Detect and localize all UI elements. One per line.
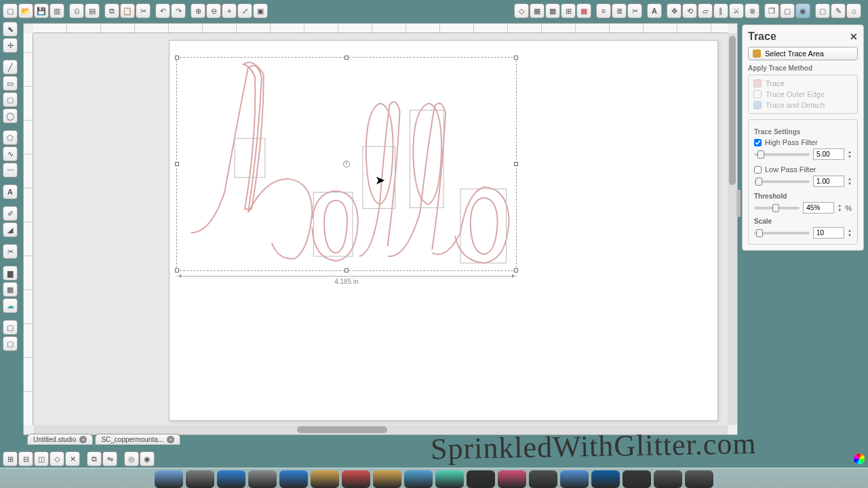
zoom-drag-icon[interactable]: ⤢ — [237, 3, 252, 18]
resize-handle-nw[interactable] — [175, 56, 179, 60]
swatch1-icon[interactable]: ▢ — [3, 320, 18, 335]
print-icon[interactable]: ⎙ — [69, 3, 84, 18]
resize-handle-e[interactable] — [514, 162, 518, 166]
low-pass-checkbox[interactable]: Low Pass Filter — [754, 165, 852, 174]
polygon-tool-icon[interactable]: ⬠ — [3, 130, 18, 145]
select-trace-area-button[interactable]: Select Trace Area — [748, 47, 858, 60]
rotate-icon[interactable]: ⟲ — [682, 3, 697, 18]
trace-panel-icon[interactable]: ◉ — [795, 3, 810, 18]
line-style1-icon[interactable]: ≡ — [596, 3, 611, 18]
group-icon[interactable]: ⊞ — [3, 451, 18, 466]
resize-handle-sw[interactable] — [175, 268, 179, 272]
replicate-icon[interactable]: ⊗ — [745, 3, 760, 18]
dock-app-icon[interactable] — [404, 470, 433, 488]
close-panel-icon[interactable]: ✕ — [850, 31, 858, 42]
page-icon[interactable]: ❐ — [764, 3, 779, 18]
dock-app-icon[interactable] — [467, 470, 495, 488]
rotate-handle[interactable] — [343, 161, 350, 167]
method-outer[interactable]: Trace Outer Edge — [751, 89, 854, 100]
zoom-sel-icon[interactable]: ⌖ — [222, 3, 237, 18]
ungroup-icon[interactable]: ⊟ — [18, 451, 33, 466]
layers-icon[interactable]: ▢ — [780, 3, 795, 18]
freehand-tool-icon[interactable]: 〰 — [3, 163, 18, 178]
eraser-tool-icon[interactable]: ◢ — [3, 222, 18, 237]
high-pass-spinner[interactable]: ▲▼ — [848, 150, 852, 159]
rect-tool-icon[interactable]: ▭ — [3, 76, 18, 91]
tab-coppermounta[interactable]: SC_coppermounta...× — [95, 434, 180, 445]
threshold-value[interactable] — [803, 202, 834, 214]
duplicate-icon[interactable]: ⧉ — [87, 451, 102, 466]
cloud-tool-icon[interactable]: ☁ — [3, 298, 18, 313]
panel-collapse-handle[interactable] — [736, 190, 741, 217]
dock-app-icon[interactable] — [373, 470, 401, 488]
text-panel-icon[interactable]: A — [647, 3, 662, 18]
resize-handle-ne[interactable] — [514, 56, 518, 60]
fill-tool-icon[interactable]: ▆ — [3, 266, 18, 281]
transform-icon[interactable]: ▱ — [698, 3, 713, 18]
dock-app-icon[interactable] — [435, 470, 464, 488]
zoom-out-icon[interactable]: ⊖ — [206, 3, 221, 18]
dock-app-icon[interactable] — [591, 470, 620, 488]
knife-tool-icon[interactable]: ✂ — [3, 244, 18, 259]
text-tool-icon[interactable]: A — [3, 184, 18, 199]
scissors-icon[interactable]: ✂ — [627, 3, 642, 18]
line-tool-icon[interactable]: ╱ — [3, 60, 18, 75]
scrollbar-vertical[interactable] — [728, 33, 737, 425]
close-tab-icon[interactable]: × — [79, 436, 87, 443]
redo-icon[interactable]: ↷ — [171, 3, 186, 18]
target1-icon[interactable]: ◎ — [124, 451, 139, 466]
low-pass-value[interactable] — [813, 176, 844, 187]
zoom-in-icon[interactable]: ⊕ — [191, 3, 205, 18]
fit-page-icon[interactable]: ▣ — [253, 3, 268, 18]
cut-icon[interactable]: ✂ — [136, 3, 151, 18]
dock-app-icon[interactable] — [311, 470, 339, 488]
release-icon[interactable]: ◇ — [50, 451, 64, 466]
save-as-icon[interactable]: ▥ — [50, 3, 64, 18]
dock-app-icon[interactable] — [217, 470, 245, 488]
scale-value[interactable] — [813, 227, 844, 239]
knife-panel-icon[interactable]: ⚔ — [729, 3, 744, 18]
cutlines-icon[interactable]: ▦ — [576, 3, 591, 18]
lib-icon[interactable]: ▢ — [815, 3, 830, 18]
reg-icon[interactable]: ⊞ — [561, 3, 576, 18]
grid-icon[interactable]: ▩ — [545, 3, 560, 18]
curve-tool-icon[interactable]: ∿ — [3, 146, 18, 161]
dock-app-icon[interactable] — [186, 470, 214, 488]
close-tab-icon[interactable]: × — [167, 436, 174, 443]
threshold-spinner[interactable]: ▲▼ — [837, 203, 842, 213]
dock-app-icon[interactable] — [248, 470, 277, 488]
undo-icon[interactable]: ↶ — [155, 3, 170, 18]
ellipse-tool-icon[interactable]: ◯ — [3, 108, 18, 123]
dock-app-icon[interactable] — [498, 470, 526, 488]
paste-icon[interactable]: 📋 — [120, 3, 135, 18]
align-icon[interactable]: ✥ — [667, 3, 682, 18]
dock-app-icon[interactable] — [342, 470, 370, 488]
high-pass-checkbox[interactable]: High Pass Filter — [754, 138, 852, 146]
high-pass-slider[interactable] — [754, 153, 810, 156]
threshold-slider[interactable] — [754, 207, 800, 209]
workspace[interactable]: 4.185 in ➤ — [33, 33, 728, 425]
line-style2-icon[interactable]: ≣ — [612, 3, 627, 18]
delete-icon[interactable]: ✕ — [65, 451, 80, 466]
save-icon[interactable]: 💾 — [34, 3, 49, 18]
method-detach[interactable]: Trace and Detach — [751, 100, 854, 110]
scale-slider[interactable] — [754, 232, 810, 235]
dock-app-icon[interactable] — [155, 470, 183, 488]
high-pass-value[interactable] — [813, 148, 844, 160]
send-icon[interactable]: ▤ — [85, 3, 100, 18]
resize-handle-w[interactable] — [175, 162, 179, 166]
pattern-tool-icon[interactable]: ▩ — [3, 282, 18, 297]
pen-icon[interactable]: ✎ — [831, 3, 846, 18]
tab-untitled[interactable]: Untitled.studio× — [27, 434, 93, 445]
color-wheel-icon[interactable] — [853, 453, 865, 465]
fill-panel-icon[interactable]: ▦ — [530, 3, 545, 18]
copy-icon[interactable]: ⧉ — [104, 3, 119, 18]
method-trace[interactable]: Trace — [751, 78, 854, 89]
swatch2-icon[interactable]: ▢ — [3, 336, 18, 351]
store-icon[interactable]: ⌂ — [846, 3, 861, 18]
scale-spinner[interactable]: ▲▼ — [848, 228, 852, 238]
resize-handle-s[interactable] — [344, 268, 349, 272]
select-tool-icon[interactable]: ⬉ — [3, 22, 18, 37]
edit-tool-icon[interactable]: ✛ — [3, 38, 18, 53]
low-pass-spinner[interactable]: ▲▼ — [848, 177, 852, 186]
